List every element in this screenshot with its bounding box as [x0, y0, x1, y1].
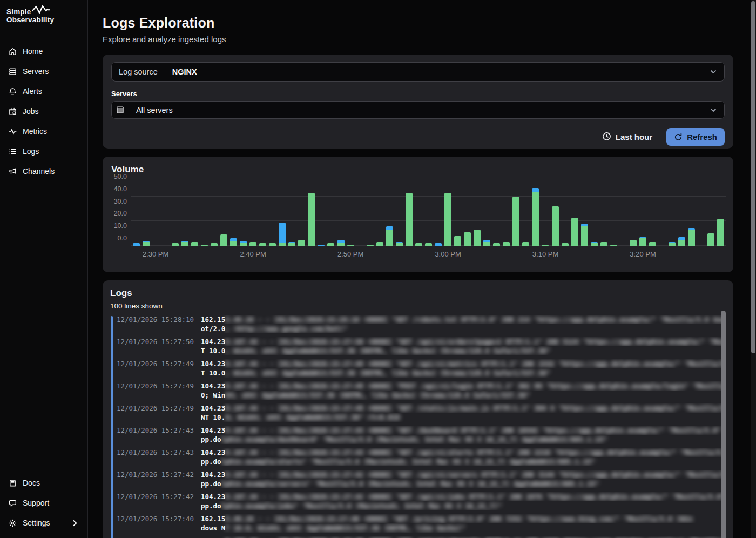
sidebar-item-logs[interactable]: Logs — [0, 143, 87, 159]
log-line: dows NT 10.0; Win64; x64) AppleWebKit/53… — [201, 523, 726, 533]
sidebar-item-docs[interactable]: Docs — [0, 475, 87, 491]
bar-segment-blue — [532, 188, 539, 192]
sidebar: Simple Observability HomeServersAlertsJo… — [0, 0, 88, 538]
servers-select[interactable]: All servers — [111, 101, 725, 119]
bar-slot — [375, 242, 384, 246]
page-title: Logs Exploration — [103, 15, 733, 31]
servers-field-label: Servers — [111, 90, 725, 98]
bar-segment-green — [562, 243, 569, 246]
log-line: 0; Win64; x64) AppleWebKit/537.36 (KHTML… — [201, 391, 726, 400]
bar-slot — [346, 245, 355, 246]
bar-slot — [180, 241, 190, 246]
y-axis-tick-label: 0.0 — [105, 234, 127, 242]
log-entry: 12/01/2026 15:27:50104.239.187.44 - - [0… — [117, 337, 726, 355]
bar-slot — [550, 206, 560, 246]
bar-slot — [521, 242, 531, 246]
log-line: NT 10.0; Win64; x64) AppleWebKit/537.36"… — [201, 413, 726, 422]
sidebar-item-metrics[interactable]: Metrics — [0, 123, 87, 139]
bar-slot — [453, 236, 463, 246]
sidebar-item-servers[interactable]: Servers — [0, 63, 87, 79]
bar-slot — [492, 243, 502, 246]
redacted-log-text: lphin.example/dashboard" "Mozilla/5.0 (M… — [221, 435, 608, 443]
redacted-log-text: 5.48.20 - - [01/Dec/2026:15:28:10 +0000]… — [225, 315, 726, 324]
log-line: 162.155.48.20 - - [01/Dec/2026:15:27:40 … — [201, 514, 726, 523]
bar-slot — [473, 230, 482, 246]
bar-segment-green — [630, 240, 637, 246]
bar-segment-green — [386, 230, 393, 246]
log-timestamp: 12/01/2026 15:27:43 — [117, 426, 194, 444]
bar-segment-green — [201, 245, 208, 246]
bar-segment-green — [191, 242, 198, 246]
sidebar-item-label: Jobs — [23, 107, 39, 116]
log-line: T 10.0; Win64; x64) AppleWebKit/537.36 (… — [201, 346, 726, 355]
sidebar-item-jobs[interactable]: Jobs — [0, 103, 87, 119]
bar-slot — [609, 245, 618, 246]
sidebar-item-home[interactable]: Home — [0, 43, 87, 59]
sidebar-item-channels[interactable]: Channels — [0, 163, 87, 179]
log-timestamp: 12/01/2026 15:27:40 — [117, 514, 194, 533]
logs-scrollbar-thumb[interactable] — [721, 311, 726, 538]
bar-slot — [228, 238, 238, 246]
bar-segment-green — [649, 242, 656, 246]
bar-slot — [248, 242, 258, 246]
bar-slot — [667, 242, 677, 246]
log-entry: 12/01/2026 15:27:49104.239.187.44 - - [0… — [117, 381, 726, 400]
bar-segment-green — [415, 243, 422, 246]
activity-icon — [9, 127, 17, 136]
redacted-log-text: 9.187.44 - - [01/Dec/2026:15:27:49 +0000… — [225, 360, 726, 368]
bar-slot — [628, 240, 638, 246]
log-message: 104.239.187.44 - - [01/Dec/2026:15:27:49… — [201, 381, 726, 400]
bar-segment-green — [483, 242, 490, 246]
bar-segment-green — [230, 241, 237, 246]
bar-segment-green — [444, 193, 451, 246]
refresh-button[interactable]: Refresh — [666, 128, 725, 146]
log-line: 104.239.187.44 - - [01/Dec/2026:15:27:43… — [201, 448, 726, 457]
y-axis-tick-label: 20.0 — [105, 210, 127, 217]
megaphone-icon — [9, 167, 17, 176]
bar-segment-blue — [338, 240, 345, 244]
bar-segment-green — [610, 245, 617, 246]
sidebar-item-label: Home — [23, 47, 43, 56]
bar-segment-green — [678, 240, 685, 246]
log-message: 104.239.187.44 - - [01/Dec/2026:15:27:43… — [201, 426, 726, 444]
x-axis-tick-label: 2:50 PM — [332, 250, 369, 258]
volume-panel: Volume 0.010.020.030.040.050.02:30 PM2:4… — [103, 157, 733, 272]
log-entry: 12/01/2026 15:27:40162.155.48.20 - - [01… — [117, 514, 726, 533]
time-range-button[interactable]: Last hour — [602, 132, 652, 143]
log-source-select[interactable]: Log source NGINX — [111, 62, 725, 82]
x-axis-tick-label: 3:00 PM — [429, 250, 467, 258]
redacted-log-text: lphin.example/servers" "Mozilla/5.0 (Mac… — [221, 480, 599, 488]
x-axis-tick-label: 3:20 PM — [624, 250, 662, 258]
page-scrollbar[interactable] — [751, 0, 756, 538]
bar-segment-green — [181, 242, 188, 246]
chat-icon — [9, 499, 17, 507]
sidebar-item-settings[interactable]: Settings — [0, 515, 87, 531]
page-scrollbar-thumb[interactable] — [751, 1, 755, 353]
bar-segment-green — [308, 193, 315, 246]
logs-scrollbar[interactable] — [721, 311, 726, 538]
log-line: 104.239.187.44 - - [01/Dec/2026:15:27:42… — [201, 470, 726, 479]
sidebar-item-support[interactable]: Support — [0, 495, 87, 511]
bar-segment-green — [288, 243, 295, 246]
bar-segment-green — [493, 243, 500, 246]
bar-slot — [297, 240, 307, 246]
bar-segment-green — [532, 192, 539, 246]
log-line: 104.239.187.44 - - [01/Dec/2026:15:27:49… — [201, 359, 726, 368]
log-message: 162.155.48.20 - - [01/Dec/2026:15:27:40 … — [201, 514, 726, 533]
volume-bar-chart: 0.010.020.030.040.050.02:30 PM2:40 PM2:5… — [131, 184, 726, 246]
bar-segment-green — [669, 243, 676, 246]
bar-segment-green — [327, 243, 334, 246]
redacted-log-text: 9.187.44 - - [01/Dec/2026:15:27:49 +0000… — [225, 404, 726, 412]
bar-slot — [258, 243, 268, 246]
bar-segment-green — [639, 238, 646, 246]
log-timestamp: 12/01/2026 15:27:49 — [117, 381, 194, 400]
bar-segment-green — [396, 243, 403, 246]
log-entry: 12/01/2026 15:27:49104.239.187.44 - - [0… — [117, 404, 726, 422]
bar-slot — [638, 237, 647, 246]
bar-slot — [443, 193, 453, 246]
sidebar-item-alerts[interactable]: Alerts — [0, 83, 87, 99]
calendar-icon — [9, 107, 17, 116]
bar-slot — [570, 218, 579, 246]
bar-segment-green — [172, 243, 179, 246]
bar-slot — [433, 243, 443, 246]
